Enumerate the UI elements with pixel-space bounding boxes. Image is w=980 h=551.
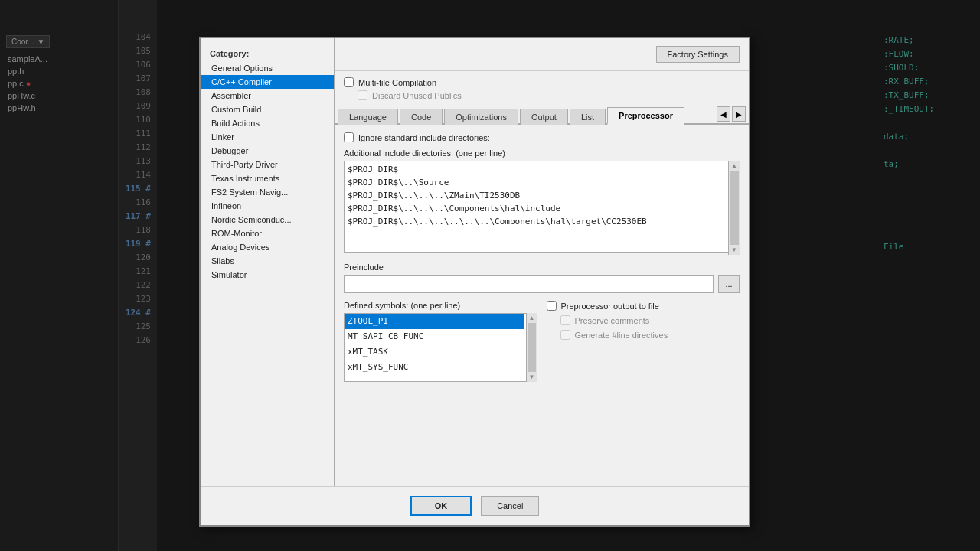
multi-file-label: Multi-file Compilation: [358, 78, 436, 87]
symbol-row-mtsapi[interactable]: MT_SAPI_CB_FUNC: [345, 329, 524, 344]
preinclude-label: Preinclude: [344, 262, 740, 272]
symbols-scroll-up-arrow: ▲: [529, 313, 535, 321]
tab-output[interactable]: Output: [520, 109, 568, 125]
include-dirs-textarea[interactable]: $PROJ_DIR$ $PROJ_DIR$\..\Source $PROJ_DI…: [344, 161, 740, 253]
tabs-bar: Language Code Optimizations Output List …: [335, 106, 749, 125]
scrollbar-thumb: [730, 171, 739, 245]
tab-language[interactable]: Language: [338, 109, 398, 125]
include-dirs-wrapper: $PROJ_DIR$ $PROJ_DIR$\..\Source $PROJ_DI…: [344, 161, 740, 255]
category-item-silabs[interactable]: Silabs: [201, 254, 334, 268]
preinclude-browse-button[interactable]: ...: [718, 275, 740, 293]
pp-output-label: Preprocessor output to file: [561, 302, 659, 311]
settings-panel: Factory Settings Multi-file Compilation …: [335, 38, 749, 486]
tab-next-button[interactable]: ▶: [732, 106, 746, 122]
defined-symbols-label: Defined symbols: (one per line): [344, 301, 537, 310]
category-item-cpp[interactable]: C/C++ Compiler: [201, 75, 334, 89]
preinclude-input[interactable]: [344, 275, 714, 293]
pp-output-row: Preprocessor output to file: [547, 301, 740, 311]
include-dirs-label: Additional include directories: (one per…: [344, 148, 740, 158]
preprocessor-options-col: Preprocessor output to file Preserve com…: [547, 301, 740, 382]
category-item-texas[interactable]: Texas Instruments: [201, 171, 334, 185]
tab-list[interactable]: List: [570, 109, 606, 125]
symbol-row-xmttask[interactable]: xMT_TASK: [345, 344, 524, 360]
category-item-fs2[interactable]: FS2 System Navig...: [201, 185, 334, 199]
preserve-comments-label: Preserve comments: [575, 316, 650, 325]
discard-unused-label: Discard Unused Publics: [372, 91, 462, 100]
tab-prev-button[interactable]: ◀: [717, 106, 730, 122]
category-label: Category:: [201, 46, 334, 61]
category-item-linker[interactable]: Linker: [201, 130, 334, 144]
preinclude-row: ...: [344, 275, 740, 293]
category-item-custom-build[interactable]: Custom Build: [201, 103, 334, 116]
category-item-rom[interactable]: ROM-Monitor: [201, 227, 334, 240]
settings-topbar: Factory Settings: [335, 38, 749, 71]
category-item-analog[interactable]: Analog Devices: [201, 240, 334, 254]
generate-line-checkbox[interactable]: [560, 330, 570, 340]
category-panel: Category: General Options C/C++ Compiler…: [201, 38, 335, 486]
options-dialog: Category: General Options C/C++ Compiler…: [199, 37, 750, 527]
tab-code[interactable]: Code: [400, 109, 443, 125]
defined-symbols-col: Defined symbols: (one per line) ZTOOL_P1…: [344, 301, 537, 382]
tab-optimizations[interactable]: Optimizations: [444, 109, 518, 125]
discard-unused-checkbox[interactable]: [358, 90, 368, 100]
discard-unused-row: Discard Unused Publics: [358, 90, 740, 100]
symbols-scroll-down-arrow: ▼: [529, 373, 535, 382]
tab-preprocessor[interactable]: Preprocessor: [607, 107, 684, 125]
ignore-standard-checkbox[interactable]: [344, 132, 354, 142]
dialog-footer: OK Cancel: [201, 486, 749, 525]
ignore-standard-label: Ignore standard include directories:: [358, 133, 490, 142]
multi-file-checkbox[interactable]: [344, 77, 354, 87]
symbols-wrapper: ZTOOL_P1 MT_SAPI_CB_FUNC xMT_TASK xMT_SY…: [344, 313, 537, 382]
factory-settings-button[interactable]: Factory Settings: [656, 46, 740, 63]
category-item-assembler[interactable]: Assembler: [201, 89, 334, 103]
scrollbar-down-arrow: ▼: [731, 246, 737, 255]
generate-line-label: Generate #line directives: [575, 331, 668, 340]
symbol-row-ztool[interactable]: ZTOOL_P1: [345, 314, 524, 329]
category-item-general[interactable]: General Options: [201, 61, 334, 75]
symbols-scrollbar[interactable]: ▲ ▼: [526, 313, 537, 382]
symbol-row-xmtsysfunc[interactable]: xMT_SYS_FUNC: [345, 360, 524, 375]
category-item-nordic[interactable]: Nordic Semiconduc...: [201, 213, 334, 227]
generate-line-row: Generate #line directives: [560, 330, 740, 340]
settings-content: Ignore standard include directories: Add…: [335, 125, 749, 486]
ok-button[interactable]: OK: [410, 496, 472, 516]
cancel-button[interactable]: Cancel: [481, 496, 539, 516]
include-dirs-scrollbar[interactable]: ▲ ▼: [728, 161, 740, 255]
defined-symbols-list[interactable]: ZTOOL_P1 MT_SAPI_CB_FUNC xMT_TASK xMT_SY…: [344, 313, 537, 382]
category-item-debugger[interactable]: Debugger: [201, 144, 334, 158]
category-item-build-actions[interactable]: Build Actions: [201, 116, 334, 130]
category-item-third-party[interactable]: Third-Party Driver: [201, 158, 334, 171]
preserve-comments-checkbox[interactable]: [560, 315, 570, 325]
multi-file-row: Multi-file Compilation: [344, 77, 740, 87]
two-column-area: Defined symbols: (one per line) ZTOOL_P1…: [344, 301, 740, 382]
pp-output-checkbox[interactable]: [547, 301, 557, 311]
checkboxes-area: Multi-file Compilation Discard Unused Pu…: [335, 71, 749, 106]
preserve-comments-row: Preserve comments: [560, 315, 740, 325]
scrollbar-up-arrow: ▲: [731, 161, 737, 169]
dialog-body: Category: General Options C/C++ Compiler…: [201, 38, 749, 486]
symbols-scroll-thumb: [528, 323, 536, 372]
category-item-infineon[interactable]: Infineon: [201, 199, 334, 213]
category-item-simulator[interactable]: Simulator: [201, 268, 334, 282]
ignore-standard-row: Ignore standard include directories:: [344, 132, 740, 142]
